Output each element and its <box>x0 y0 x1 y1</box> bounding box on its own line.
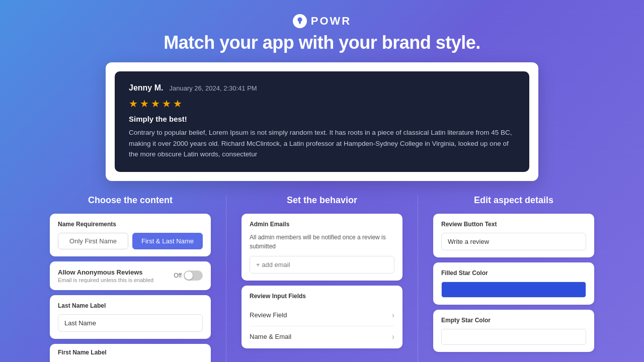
star-2: ★ <box>140 98 149 110</box>
review-body: Contrary to popular belief, Lorem Ipsum … <box>129 127 515 160</box>
anonymous-sublabel: Email is required unless this is enabled <box>58 277 153 283</box>
section-behavior: Set the behavior Admin Emails All admin … <box>231 195 413 362</box>
preview-wrapper: Jenny M. January 26, 2024, 2:30:41 PM ★ … <box>106 62 538 181</box>
anonymous-reviews-panel: Allow Anonymous Reviews Email is require… <box>50 261 211 290</box>
last-name-label-title: Last Name Label <box>58 302 203 309</box>
admin-emails-description: All admin members will be notified once … <box>250 233 394 251</box>
empty-star-color-panel: Empty Star Color <box>433 310 594 352</box>
review-field-chevron-icon: › <box>392 311 394 320</box>
logo-text: POWR <box>311 15 351 28</box>
star-rating: ★ ★ ★ ★ ★ <box>129 98 515 110</box>
divider-1 <box>226 195 226 362</box>
toggle-off-label: Off <box>174 272 182 279</box>
empty-star-color-label: Empty Star Color <box>441 317 586 324</box>
reviewer-name: Jenny M. <box>129 83 163 93</box>
star-3: ★ <box>151 98 160 110</box>
bottom-sections: Choose the content Name Requirements Onl… <box>0 181 644 362</box>
headline: Match your app with your brand style. <box>0 32 644 53</box>
admin-emails-panel: Admin Emails All admin members will be n… <box>242 214 403 281</box>
page-header: POWR Match your app with your brand styl… <box>0 0 644 62</box>
first-name-label-title: First Name Label <box>58 349 203 356</box>
review-button-text-panel: Review Button Text <box>433 214 594 257</box>
name-email-field-row[interactable]: Name & Email › <box>250 326 394 341</box>
name-requirements-label: Name Requirements <box>58 221 203 228</box>
review-title: Simply the best! <box>129 115 515 123</box>
logo: POWR <box>0 14 644 28</box>
section-aspect-title: Edit aspect details <box>433 195 594 206</box>
star-5: ★ <box>173 98 182 110</box>
empty-star-color-swatch[interactable] <box>441 329 586 345</box>
anonymous-toggle-switch[interactable]: Off <box>174 270 203 281</box>
review-button-text-input[interactable] <box>441 233 586 250</box>
review-input-fields-label: Review Input Fields <box>250 293 394 300</box>
first-last-name-button[interactable]: First & Last Name <box>132 233 203 249</box>
filled-star-color-label: Filled Star Color <box>441 269 586 277</box>
name-requirements-buttons: Only First Name First & Last Name <box>58 233 203 249</box>
review-input-fields-panel: Review Input Fields Review Field › Name … <box>242 286 403 348</box>
first-name-label-panel: First Name Label <box>50 344 211 362</box>
section-behavior-title: Set the behavior <box>242 195 403 206</box>
logo-icon <box>293 14 307 28</box>
review-date: January 26, 2024, 2:30:41 PM <box>169 84 257 92</box>
last-name-input[interactable] <box>58 314 203 332</box>
section-aspect: Edit aspect details Review Button Text F… <box>423 195 604 362</box>
section-content: Choose the content Name Requirements Onl… <box>40 195 221 362</box>
filled-star-color-swatch[interactable] <box>441 282 586 298</box>
filled-star-color-panel: Filled Star Color <box>433 262 594 305</box>
last-name-label-panel: Last Name Label <box>50 295 211 339</box>
review-field-label: Review Field <box>250 311 287 319</box>
switch-track[interactable] <box>184 270 203 281</box>
review-button-text-label: Review Button Text <box>441 221 586 228</box>
review-field-row[interactable]: Review Field › <box>250 305 394 326</box>
star-4: ★ <box>162 98 171 110</box>
section-content-title: Choose the content <box>50 195 211 206</box>
add-email-input[interactable] <box>250 256 394 274</box>
name-email-chevron-icon: › <box>392 332 394 341</box>
admin-emails-label: Admin Emails <box>250 221 394 228</box>
star-1: ★ <box>129 98 138 110</box>
anonymous-label: Allow Anonymous Reviews <box>58 268 153 276</box>
review-card: Jenny M. January 26, 2024, 2:30:41 PM ★ … <box>115 71 529 172</box>
review-header: Jenny M. January 26, 2024, 2:30:41 PM <box>129 83 515 93</box>
name-requirements-panel: Name Requirements Only First Name First … <box>50 214 211 256</box>
anonymous-toggle-row: Allow Anonymous Reviews Email is require… <box>58 268 203 283</box>
switch-thumb <box>185 272 193 280</box>
anonymous-toggle-info: Allow Anonymous Reviews Email is require… <box>58 268 153 283</box>
name-email-field-label: Name & Email <box>250 333 291 340</box>
divider-2 <box>418 195 418 362</box>
only-first-name-button[interactable]: Only First Name <box>58 233 128 249</box>
